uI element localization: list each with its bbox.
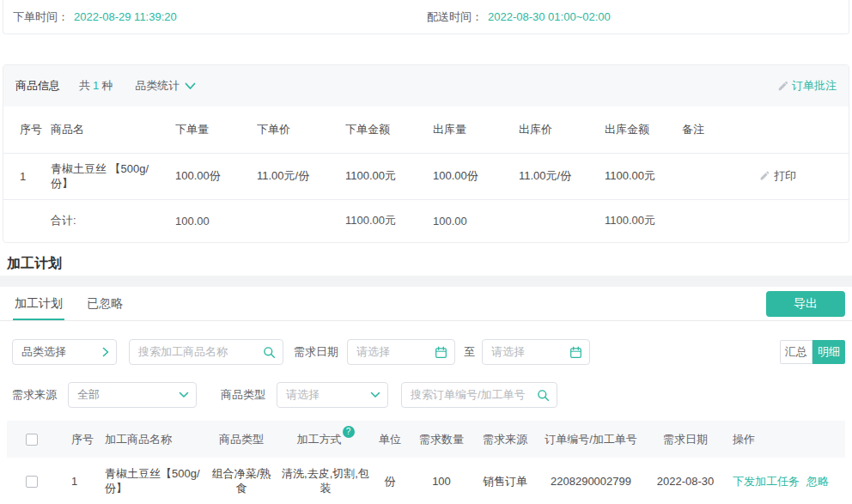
col-demand-qty: 需求数量 [405, 421, 478, 458]
product-type-label: 商品类型 [221, 387, 265, 403]
cell-order-no: 2208290002799 [532, 458, 649, 504]
col-process-product-name: 加工商品名称 [100, 421, 206, 458]
dispatch-task-link[interactable]: 下发加工任务 [733, 475, 800, 488]
summary-toggle-option[interactable]: 汇总 [780, 340, 812, 364]
tab-ignored[interactable]: 已忽略 [87, 287, 123, 320]
tab-processing-plan[interactable]: 加工计划 [15, 287, 63, 320]
cell-unit: 份 [374, 458, 405, 504]
cell-seq: 1 [64, 458, 100, 504]
help-icon[interactable]: ? [343, 426, 355, 438]
cell-demand-source: 销售订单 [478, 458, 532, 504]
total-order-amount: 1100.00元 [345, 199, 433, 242]
print-label: 打印 [774, 168, 796, 184]
cell-order-price: 11.00元/份 [257, 153, 345, 199]
order-time-field: 下单时间： 2022-08-29 11:39:20 [3, 9, 427, 25]
total-out-amount: 1100.00元 [605, 199, 682, 242]
search-icon[interactable] [537, 389, 550, 402]
chevron-right-icon [102, 347, 109, 357]
col-out-amount: 出库金额 [605, 106, 682, 153]
chevron-down-icon [185, 82, 196, 90]
filter-row-2: 需求来源 全部 商品类型 请选择 搜索订单编号/加工单号 [12, 382, 845, 408]
col-process-method: 加工方式 ? [277, 421, 374, 458]
col-out-price: 出库价 [519, 106, 605, 153]
col-unit: 单位 [374, 421, 405, 458]
product-type-select[interactable]: 请选择 [277, 382, 388, 408]
row-select-cell [7, 458, 64, 504]
cell-product-name: 青椒土豆丝 【500g/份】 [51, 153, 175, 199]
category-stats-toggle[interactable]: 品类统计 [135, 78, 196, 94]
processing-table: 序号 加工商品名称 商品类型 加工方式 ? 单位 需求数量 需求来源 订单编号/… [7, 421, 845, 504]
goods-info-card: 商品信息 共1种 品类统计 订单批注 序号 商品名 下单量 下单价 下单金额 出… [3, 64, 849, 243]
cell-out-qty: 100.00份 [433, 153, 519, 199]
search-order-input[interactable]: 搜索订单编号/加工单号 [401, 382, 557, 408]
order-time-value: 2022-08-29 11:39:20 [74, 10, 177, 23]
total-order-qty: 100.00 [175, 199, 257, 242]
processing-tabs: 加工计划 已忽略 导出 [0, 287, 852, 321]
order-info-card: 下单时间： 2022-08-29 11:39:20 配送时间： 2022-08-… [3, 0, 849, 34]
goods-card-header: 商品信息 共1种 品类统计 订单批注 [3, 65, 849, 106]
col-product-name: 商品名 [51, 106, 175, 153]
col-actions: 操作 [721, 421, 845, 458]
export-button[interactable]: 导出 [766, 291, 845, 317]
select-all-checkbox[interactable] [26, 434, 38, 446]
col-demand-date: 需求日期 [649, 421, 721, 458]
calendar-icon [569, 346, 582, 359]
total-out-qty: 100.00 [433, 199, 519, 242]
goods-count-number: 1 [93, 79, 99, 92]
cell-process-method: 清洗,去皮,切割,包装 [277, 458, 374, 504]
order-note-label: 订单批注 [792, 78, 837, 94]
print-button[interactable]: 打印 [759, 168, 796, 184]
col-order-no: 订单编号/加工单号 [532, 421, 649, 458]
processing-table-container: 序号 加工商品名称 商品类型 加工方式 ? 单位 需求数量 需求来源 订单编号/… [7, 421, 845, 504]
goods-table: 序号 商品名 下单量 下单价 下单金额 出库量 出库价 出库金额 备注 1 青椒… [3, 106, 849, 242]
col-order-price: 下单价 [257, 106, 345, 153]
select-all-cell [7, 421, 64, 458]
demand-date-label: 需求日期 [294, 344, 338, 360]
demand-source-select[interactable]: 全部 [68, 382, 197, 408]
pencil-icon [759, 170, 770, 181]
order-note-button[interactable]: 订单批注 [777, 78, 837, 94]
goods-section-title: 商品信息 [15, 78, 60, 94]
date-to-label: 至 [464, 344, 475, 360]
demand-source-label: 需求来源 [12, 387, 57, 403]
chevron-down-icon [370, 392, 380, 398]
delivery-time-label: 配送时间： [427, 9, 483, 25]
col-seq: 序号 [64, 421, 100, 458]
search-icon[interactable] [263, 346, 276, 359]
order-time-label: 下单时间： [13, 9, 69, 25]
cell-out-amount: 1100.00元 [605, 153, 682, 199]
col-remark: 备注 [682, 106, 849, 153]
col-order-qty: 下单量 [175, 106, 257, 153]
chevron-down-icon [179, 392, 189, 398]
goods-table-row: 1 青椒土豆丝 【500g/份】 100.00份 11.00元/份 1100.0… [3, 153, 849, 199]
cell-demand-qty: 100 [405, 458, 478, 504]
cell-order-amount: 1100.00元 [345, 153, 433, 199]
delivery-time-value: 2022-08-30 01:00~02:00 [488, 10, 611, 23]
col-seq: 序号 [3, 106, 51, 153]
date-start-input[interactable]: 请选择 [347, 339, 455, 365]
cell-process-product-name: 青椒土豆丝【500g/份】 [100, 458, 206, 504]
calendar-icon [435, 346, 447, 359]
cell-actions: 下发加工任务忽略 [721, 458, 845, 504]
pencil-icon [777, 80, 789, 92]
col-out-qty: 出库量 [433, 106, 519, 153]
total-label: 合计: [51, 199, 175, 242]
filter-row-1: 品类选择 搜索加工商品名称 需求日期 请选择 至 请选择 汇总 明细 [12, 339, 845, 365]
cell-seq: 1 [3, 153, 51, 199]
search-product-input[interactable]: 搜索加工商品名称 [129, 339, 283, 365]
ignore-link[interactable]: 忽略 [806, 475, 829, 488]
date-end-input[interactable]: 请选择 [482, 339, 590, 365]
goods-count: 共1种 [79, 78, 113, 94]
cell-demand-date: 2022-08-30 [649, 458, 721, 504]
goods-table-header-row: 序号 商品名 下单量 下单价 下单金额 出库量 出库价 出库金额 备注 [3, 106, 849, 153]
cell-remark: 打印 [682, 153, 849, 199]
row-checkbox[interactable] [26, 476, 38, 488]
summary-detail-toggle: 汇总 明细 [780, 340, 845, 364]
delivery-time-field: 配送时间： 2022-08-30 01:00~02:00 [427, 9, 849, 25]
processing-table-header-row: 序号 加工商品名称 商品类型 加工方式 ? 单位 需求数量 需求来源 订单编号/… [7, 421, 845, 458]
section-divider [0, 276, 852, 287]
processing-section-title: 加工计划 [7, 251, 852, 276]
category-select[interactable]: 品类选择 [12, 339, 117, 365]
detail-toggle-option[interactable]: 明细 [812, 340, 845, 364]
cell-order-qty: 100.00份 [175, 153, 257, 199]
